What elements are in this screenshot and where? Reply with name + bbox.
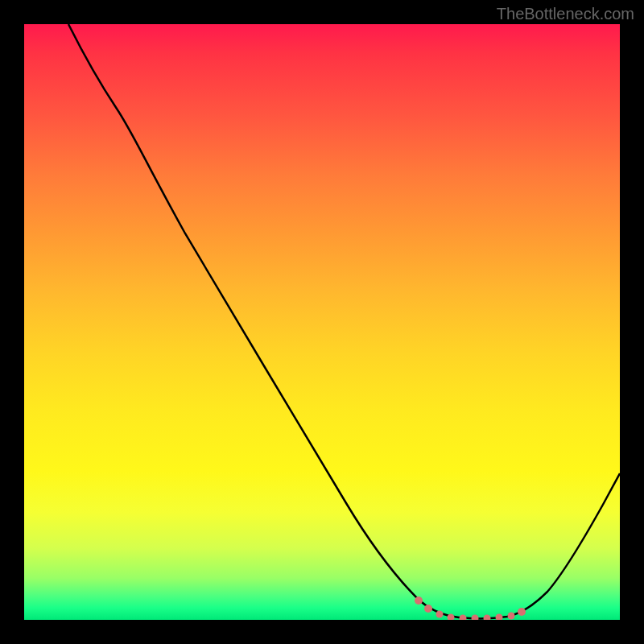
- highlight-dot: [424, 605, 432, 613]
- watermark-text: TheBottleneck.com: [497, 5, 634, 23]
- highlight-dot: [484, 615, 491, 621]
- highlight-dot: [460, 615, 467, 621]
- highlight-dot: [436, 611, 444, 618]
- highlight-dot: [472, 615, 479, 621]
- main-curve: [68, 24, 620, 618]
- highlight-dot: [508, 613, 515, 620]
- chart-plot-area: [24, 24, 620, 620]
- highlight-dot: [496, 614, 503, 621]
- chart-svg: [24, 24, 620, 620]
- highlight-dot: [518, 608, 526, 616]
- highlight-dot: [415, 597, 423, 605]
